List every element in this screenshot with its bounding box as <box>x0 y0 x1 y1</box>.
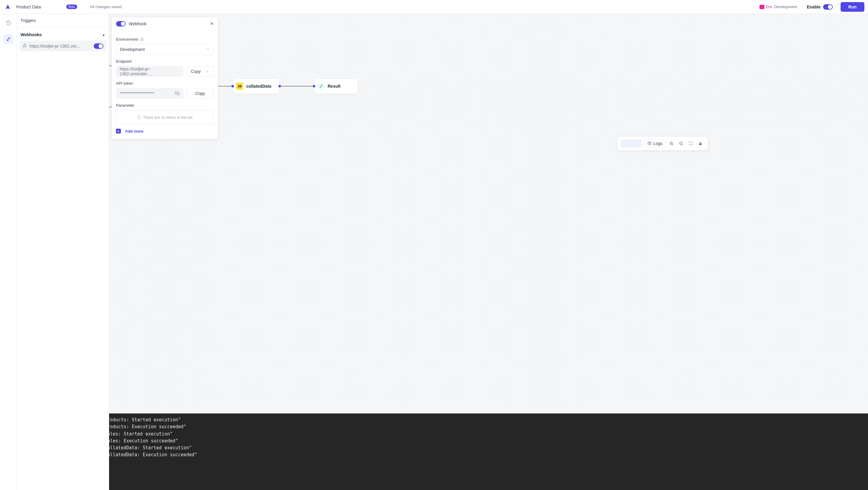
environment-select[interactable]: Development <box>116 44 214 55</box>
env-value: Development <box>774 4 797 9</box>
environment-label: Environment <box>116 37 138 41</box>
chevron-down-icon <box>206 47 210 52</box>
svg-line-12 <box>682 144 683 145</box>
top-bar: Product Data Beta All changes saved ⌂ En… <box>0 0 868 14</box>
edge-lines <box>109 14 868 414</box>
side-panel: Triggers Webhooks ▲ https://tooljet-pr-1… <box>17 14 109 490</box>
copy-endpoint-button[interactable]: Copy <box>186 66 214 77</box>
logs-icon <box>647 141 652 146</box>
app-logo-icon <box>4 3 12 11</box>
node-port-out[interactable] <box>278 85 281 87</box>
toolbar-active-pill[interactable] <box>621 140 642 147</box>
execution-console[interactable]: roducts: Started execution" roducts: Exe… <box>109 414 868 490</box>
info-icon: ⓘ <box>137 115 141 120</box>
env-indicator[interactable]: ⌂ Env Development <box>760 4 797 9</box>
history-icon[interactable] <box>4 18 13 28</box>
logs-button[interactable]: Logs <box>644 140 666 147</box>
visibility-off-icon[interactable] <box>175 90 180 97</box>
api-token-input[interactable]: ********************* <box>116 88 184 99</box>
node-collated-data[interactable]: JS collatedData <box>233 78 280 94</box>
triggers-heading: Triggers <box>17 14 109 27</box>
webhook-item-toggle[interactable] <box>94 43 103 49</box>
node-title: collatedData <box>246 84 271 89</box>
environment-value: Development <box>120 47 145 52</box>
copy-token-button[interactable]: Copy <box>187 88 214 99</box>
env-label: Env <box>766 5 772 9</box>
webhook-item-url: https://tooljet-pr-1362.onr... <box>30 44 91 49</box>
add-parameter-button[interactable]: ＋ Add more <box>116 129 214 133</box>
zoom-in-icon[interactable] <box>668 140 675 147</box>
parameter-label: Parameter <box>116 103 134 108</box>
enable-toggle[interactable] <box>823 4 833 10</box>
log-line: roducts: Started execution" <box>109 417 868 423</box>
node-title: Result <box>328 84 341 89</box>
lock-icon[interactable] <box>696 140 704 147</box>
webhook-icon <box>22 43 27 49</box>
info-icon[interactable]: i <box>140 37 144 41</box>
log-line: ollatedData: Started execution" <box>109 445 868 452</box>
svg-rect-13 <box>699 143 702 145</box>
node-result[interactable]: Result <box>314 78 358 94</box>
endpoint-label: Endpoint <box>116 59 131 64</box>
workflow-title: Product Data <box>16 4 41 9</box>
parameter-empty-state: ⓘ There are no items in the list <box>116 110 214 124</box>
save-status: All changes saved <box>90 4 122 9</box>
webhooks-heading: Webhooks <box>21 32 42 37</box>
beta-badge: Beta <box>66 4 78 9</box>
workflow-canvas[interactable]: Webhook ✕ Environment i Development <box>109 14 868 414</box>
icon-rail <box>0 14 17 490</box>
close-icon[interactable]: ✕ <box>210 21 214 27</box>
js-icon: JS <box>236 83 243 90</box>
canvas-toolbar: Logs <box>617 136 708 151</box>
svg-line-9 <box>673 144 673 145</box>
webhook-item[interactable]: https://tooljet-pr-1362.onr... <box>19 41 106 51</box>
endpoint-input[interactable]: https://tooljet-pr-1362.onrender.... <box>116 66 183 77</box>
fit-view-icon[interactable] <box>687 140 695 147</box>
run-button[interactable]: Run <box>841 2 864 12</box>
log-line: ales: Execution succeeded" <box>109 437 868 445</box>
zoom-out-icon[interactable] <box>677 140 685 147</box>
api-token-label: API token <box>116 81 133 86</box>
env-icon: ⌂ <box>760 5 764 9</box>
plus-icon: ＋ <box>116 129 121 133</box>
enable-block: Enable <box>807 4 833 10</box>
log-line: ollatedData: Execution succeeded" <box>109 452 868 458</box>
node-port-in[interactable] <box>231 85 234 87</box>
chevron-down-icon <box>206 70 209 73</box>
config-enable-toggle[interactable] <box>116 21 126 27</box>
webhooks-icon[interactable] <box>4 34 13 44</box>
webhook-config-panel: Webhook ✕ Environment i Development <box>112 17 218 139</box>
enable-label: Enable <box>807 4 821 9</box>
log-line: roducts: Execution succeeded" <box>109 423 868 430</box>
node-port-in[interactable] <box>313 85 315 87</box>
collapse-caret-icon[interactable]: ▲ <box>102 33 105 36</box>
log-line: ales: Started execution" <box>109 431 868 437</box>
config-title: Webhook <box>129 21 147 26</box>
result-icon <box>317 83 324 90</box>
